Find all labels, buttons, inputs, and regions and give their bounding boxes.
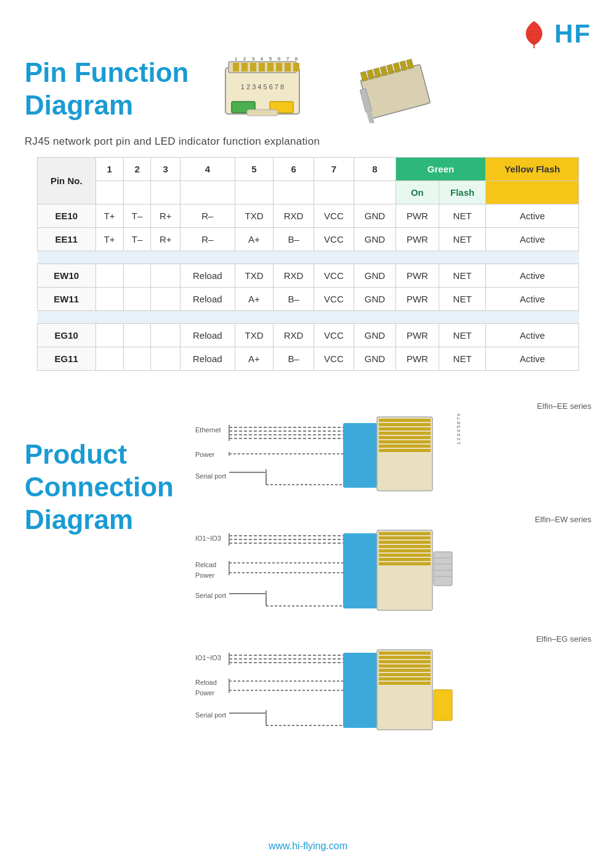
green-header: Green [395, 158, 485, 181]
svg-rect-83 [379, 545, 431, 548]
diagrams-area: Elfin–EE series Ethernet Power Serial po… [192, 402, 591, 735]
svg-text:IO1~IO3: IO1~IO3 [195, 535, 221, 542]
svg-text:Power: Power [195, 571, 215, 579]
col-7: 7 [314, 158, 354, 181]
header: HF [0, 0, 616, 55]
title-section: Pin Function Diagram 1 2 3 4 5 6 7 8 1 2… [0, 55, 616, 123]
footer: www.hi-flying.com [0, 841, 616, 852]
svg-rect-78 [343, 533, 377, 608]
table-spacer [38, 251, 579, 264]
svg-text:Reload: Reload [195, 679, 217, 686]
svg-rect-12 [285, 63, 291, 71]
green-flash-header: Flash [439, 181, 485, 204]
table-row: EG10 Reload TXD RXD VCC GND PWR NET Acti… [38, 324, 579, 347]
svg-rect-59 [379, 440, 431, 443]
svg-rect-56 [379, 427, 431, 430]
svg-text:2: 2 [243, 56, 246, 62]
product-title: Product Connection Diagram [25, 438, 174, 536]
svg-rect-7 [241, 63, 248, 71]
svg-text:1 2 3 4 5 6 7 8: 1 2 3 4 5 6 7 8 [456, 414, 461, 445]
col-3: 3 [151, 158, 180, 181]
svg-text:Ethernet: Ethernet [195, 426, 221, 434]
col-8: 8 [354, 158, 396, 181]
svg-text:3: 3 [252, 56, 255, 62]
col-7-sub [314, 181, 354, 204]
col-1-sub [95, 181, 123, 204]
page-title: Pin Function Diagram [25, 57, 188, 122]
pin-no-header: Pin No. [38, 158, 96, 204]
svg-rect-115 [379, 673, 431, 676]
svg-text:1 2 3 4 5 6 7 8: 1 2 3 4 5 6 7 8 [241, 83, 284, 91]
svg-rect-116 [379, 677, 431, 680]
svg-rect-84 [379, 549, 431, 552]
table-spacer [38, 311, 579, 324]
col-1: 1 [95, 158, 123, 181]
svg-rect-57 [379, 432, 431, 435]
svg-rect-9 [259, 63, 265, 71]
svg-text:6: 6 [278, 56, 281, 62]
yellow-flash-header [486, 181, 579, 204]
green-on-header: On [395, 181, 439, 204]
col-6-sub [274, 181, 314, 204]
svg-rect-114 [379, 669, 431, 672]
svg-rect-8 [250, 63, 256, 71]
svg-text:4: 4 [261, 56, 264, 62]
svg-rect-118 [434, 690, 452, 721]
svg-text:Power: Power [195, 689, 215, 696]
product-section: Product Connection Diagram Elfin–EE seri… [0, 389, 616, 748]
svg-rect-55 [379, 423, 431, 426]
svg-text:IO1~IO3: IO1~IO3 [195, 654, 221, 661]
svg-rect-11 [276, 63, 282, 71]
col-4: 4 [180, 158, 235, 181]
svg-text:Serial port: Serial port [195, 472, 226, 480]
svg-rect-54 [379, 419, 431, 422]
col-2-sub [123, 181, 151, 204]
svg-rect-86 [379, 558, 431, 561]
website-link: www.hi-flying.com [269, 841, 347, 851]
table-row: EE10 T+ T– R+ R– TXD RXD VCC GND PWR NET… [38, 204, 579, 228]
col-5: 5 [235, 158, 274, 181]
svg-rect-81 [379, 536, 431, 539]
svg-rect-110 [379, 652, 431, 655]
svg-text:7: 7 [286, 56, 290, 62]
svg-text:Serial port: Serial port [195, 592, 226, 599]
svg-rect-60 [379, 445, 431, 448]
table-row: EG11 Reload A+ B– VCC GND PWR NET Active [38, 347, 579, 371]
col-6: 6 [274, 158, 314, 181]
col-8-sub [354, 181, 396, 204]
svg-rect-61 [379, 449, 431, 452]
connector-front-icon: 1 2 3 4 5 6 7 8 1 2 3 4 5 6 7 8 [213, 55, 312, 123]
svg-rect-108 [343, 653, 377, 728]
col-4-sub [180, 181, 235, 204]
svg-rect-80 [379, 532, 431, 535]
ew-series-diagram-icon: IO1~IO3 Relcad Power Serial port [192, 527, 513, 613]
svg-rect-58 [379, 436, 431, 439]
svg-rect-13 [293, 63, 299, 71]
col-3-sub [151, 181, 180, 204]
col-5-sub [235, 181, 274, 204]
svg-text:Power: Power [195, 451, 215, 458]
ee-series-diagram-icon: Ethernet Power Serial port [192, 414, 513, 494]
svg-line-37 [369, 111, 373, 123]
svg-rect-113 [379, 664, 431, 668]
connector-side-icon: 1 2 3 4 5 6 7 8 [336, 55, 441, 123]
svg-text:1: 1 [235, 56, 238, 62]
eg-series-diagram-icon: IO1~IO3 Reload Power Serial port [192, 647, 513, 733]
table-row: EE11 T+ T– R+ R– A+ B– VCC GND PWR NET A… [38, 228, 579, 251]
svg-rect-85 [379, 554, 431, 557]
table-row: EW10 Reload TXD RXD VCC GND PWR NET Acti… [38, 264, 579, 288]
svg-rect-25 [247, 110, 278, 116]
logo-text: HF [554, 19, 591, 49]
pin-table-container: Pin No. 1 2 3 4 5 6 7 8 Green Yellow Fla… [0, 157, 616, 371]
svg-text:Serial port: Serial port [195, 711, 226, 719]
svg-text:5: 5 [269, 56, 272, 62]
subtitle: RJ45 network port pin and LED indicator … [0, 129, 616, 157]
svg-rect-87 [379, 562, 431, 565]
svg-rect-6 [233, 63, 239, 71]
svg-text:Relcad: Relcad [195, 561, 216, 568]
diagram-eg-series: Elfin–EG series IO1~IO3 Reload Power Ser… [192, 634, 591, 735]
svg-rect-88 [434, 552, 452, 586]
logo-area: HF [519, 18, 591, 49]
svg-rect-112 [379, 660, 431, 663]
logo-leaf-icon [519, 18, 549, 49]
